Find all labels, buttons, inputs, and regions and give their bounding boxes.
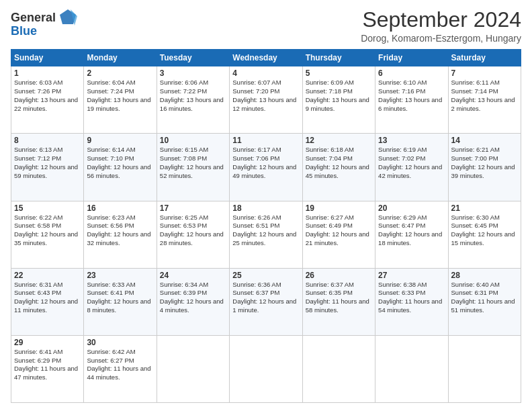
col-monday: Monday [84,50,157,66]
calendar-header-row: Sunday Monday Tuesday Wednesday Thursday… [11,50,521,66]
table-row: 23 Sunrise: 6:33 AMSunset: 6:41 PMDaylig… [84,268,157,335]
day-number: 22 [14,271,81,280]
table-row: 6 Sunrise: 6:10 AMSunset: 7:16 PMDayligh… [375,66,448,134]
header: General Blue September 2024 Dorog, Komar… [11,8,521,44]
day-detail: Sunrise: 6:23 AMSunset: 6:56 PMDaylight:… [87,214,150,246]
day-detail: Sunrise: 6:18 AMSunset: 7:04 PMDaylight:… [306,146,369,179]
day-detail: Sunrise: 6:22 AMSunset: 6:58 PMDaylight:… [14,214,78,246]
table-row: 1 Sunrise: 6:03 AMSunset: 7:26 PMDayligh… [11,66,84,134]
table-row: 28 Sunrise: 6:40 AMSunset: 6:31 PMDaylig… [448,268,521,335]
day-number: 17 [160,203,226,213]
table-row [302,335,375,402]
day-number: 10 [160,136,226,145]
day-number: 2 [87,68,153,78]
day-number: 19 [306,203,372,213]
calendar-week-row: 29 Sunrise: 6:41 AMSunset: 6:29 PMDaylig… [11,335,521,402]
table-row: 14 Sunrise: 6:21 AMSunset: 7:00 PMDaylig… [448,134,521,201]
day-detail: Sunrise: 6:37 AMSunset: 6:35 PMDaylight:… [306,281,369,314]
day-number: 14 [451,136,518,145]
day-number: 27 [378,271,445,280]
table-row: 19 Sunrise: 6:27 AMSunset: 6:49 PMDaylig… [302,201,375,268]
table-row: 13 Sunrise: 6:19 AMSunset: 7:02 PMDaylig… [375,134,448,201]
table-row: 27 Sunrise: 6:38 AMSunset: 6:33 PMDaylig… [375,268,448,335]
day-detail: Sunrise: 6:17 AMSunset: 7:06 PMDaylight:… [232,146,296,179]
table-row: 16 Sunrise: 6:23 AMSunset: 6:56 PMDaylig… [84,201,157,268]
day-detail: Sunrise: 6:10 AMSunset: 7:16 PMDaylight:… [378,79,442,111]
day-number: 21 [451,203,518,213]
table-row: 2 Sunrise: 6:04 AMSunset: 7:24 PMDayligh… [84,66,157,134]
table-row [230,335,302,402]
calendar-week-row: 22 Sunrise: 6:31 AMSunset: 6:43 PMDaylig… [11,268,521,335]
table-row: 18 Sunrise: 6:26 AMSunset: 6:51 PMDaylig… [230,201,302,268]
day-number: 16 [87,203,153,213]
day-number: 15 [14,203,81,213]
day-number: 4 [232,68,299,78]
table-row: 26 Sunrise: 6:37 AMSunset: 6:35 PMDaylig… [302,268,375,335]
table-row: 12 Sunrise: 6:18 AMSunset: 7:04 PMDaylig… [302,134,375,201]
day-number: 11 [232,136,299,145]
table-row [157,335,229,402]
table-row: 29 Sunrise: 6:41 AMSunset: 6:29 PMDaylig… [11,335,84,402]
day-number: 24 [160,271,226,280]
table-row: 5 Sunrise: 6:09 AMSunset: 7:18 PMDayligh… [302,66,375,134]
table-row: 20 Sunrise: 6:29 AMSunset: 6:47 PMDaylig… [375,201,448,268]
table-row [375,335,448,402]
col-tuesday: Tuesday [157,50,229,66]
table-row [448,335,521,402]
calendar-week-row: 15 Sunrise: 6:22 AMSunset: 6:58 PMDaylig… [11,201,521,268]
calendar-week-row: 1 Sunrise: 6:03 AMSunset: 7:26 PMDayligh… [11,66,521,134]
table-row: 15 Sunrise: 6:22 AMSunset: 6:58 PMDaylig… [11,201,84,268]
day-detail: Sunrise: 6:19 AMSunset: 7:02 PMDaylight:… [378,146,442,179]
day-detail: Sunrise: 6:07 AMSunset: 7:20 PMDaylight:… [232,79,296,111]
day-number: 18 [232,203,299,213]
day-detail: Sunrise: 6:14 AMSunset: 7:10 PMDaylight:… [87,146,150,179]
table-row: 10 Sunrise: 6:15 AMSunset: 7:08 PMDaylig… [157,134,229,201]
day-number: 1 [14,68,81,78]
day-detail: Sunrise: 6:04 AMSunset: 7:24 PMDaylight:… [87,79,150,111]
day-detail: Sunrise: 6:34 AMSunset: 6:39 PMDaylight:… [160,281,224,314]
day-detail: Sunrise: 6:27 AMSunset: 6:49 PMDaylight:… [306,214,369,246]
day-detail: Sunrise: 6:30 AMSunset: 6:45 PMDaylight:… [451,214,515,246]
day-detail: Sunrise: 6:40 AMSunset: 6:31 PMDaylight:… [451,281,515,314]
logo-general: General [11,11,56,25]
day-detail: Sunrise: 6:29 AMSunset: 6:47 PMDaylight:… [378,214,442,246]
logo-blue: Blue [11,24,37,38]
day-detail: Sunrise: 6:15 AMSunset: 7:08 PMDaylight:… [160,146,224,179]
table-row: 22 Sunrise: 6:31 AMSunset: 6:43 PMDaylig… [11,268,84,335]
month-title: September 2024 [361,8,521,32]
table-row: 7 Sunrise: 6:11 AMSunset: 7:14 PMDayligh… [448,66,521,134]
day-detail: Sunrise: 6:03 AMSunset: 7:26 PMDaylight:… [14,79,78,111]
day-detail: Sunrise: 6:25 AMSunset: 6:53 PMDaylight:… [160,214,224,246]
col-saturday: Saturday [448,50,521,66]
page: General Blue September 2024 Dorog, Komar… [0,0,532,411]
location: Dorog, Komarom-Esztergom, Hungary [361,33,521,44]
table-row: 30 Sunrise: 6:42 AMSunset: 6:27 PMDaylig… [84,335,157,402]
day-detail: Sunrise: 6:11 AMSunset: 7:14 PMDaylight:… [451,79,515,111]
day-detail: Sunrise: 6:09 AMSunset: 7:18 PMDaylight:… [306,79,369,111]
day-number: 9 [87,136,153,145]
table-row: 24 Sunrise: 6:34 AMSunset: 6:39 PMDaylig… [157,268,229,335]
table-row: 3 Sunrise: 6:06 AMSunset: 7:22 PMDayligh… [157,66,229,134]
day-detail: Sunrise: 6:41 AMSunset: 6:29 PMDaylight:… [14,348,78,381]
title-section: September 2024 Dorog, Komarom-Esztergom,… [361,8,521,44]
table-row: 25 Sunrise: 6:36 AMSunset: 6:37 PMDaylig… [230,268,302,335]
day-detail: Sunrise: 6:06 AMSunset: 7:22 PMDaylight:… [160,79,224,111]
day-number: 20 [378,203,445,213]
day-number: 26 [306,271,372,280]
col-thursday: Thursday [302,50,375,66]
day-detail: Sunrise: 6:38 AMSunset: 6:33 PMDaylight:… [378,281,442,314]
table-row: 4 Sunrise: 6:07 AMSunset: 7:20 PMDayligh… [230,66,302,134]
logo: General Blue [11,8,77,38]
day-number: 29 [14,338,81,347]
day-detail: Sunrise: 6:33 AMSunset: 6:41 PMDaylight:… [87,281,150,314]
day-detail: Sunrise: 6:42 AMSunset: 6:27 PMDaylight:… [87,348,150,381]
day-number: 12 [306,136,372,145]
day-detail: Sunrise: 6:13 AMSunset: 7:12 PMDaylight:… [14,146,78,179]
day-detail: Sunrise: 6:36 AMSunset: 6:37 PMDaylight:… [232,281,296,314]
table-row: 8 Sunrise: 6:13 AMSunset: 7:12 PMDayligh… [11,134,84,201]
day-number: 30 [87,338,153,347]
table-row: 17 Sunrise: 6:25 AMSunset: 6:53 PMDaylig… [157,201,229,268]
day-detail: Sunrise: 6:31 AMSunset: 6:43 PMDaylight:… [14,281,78,314]
day-number: 23 [87,271,153,280]
table-row: 11 Sunrise: 6:17 AMSunset: 7:06 PMDaylig… [230,134,302,201]
